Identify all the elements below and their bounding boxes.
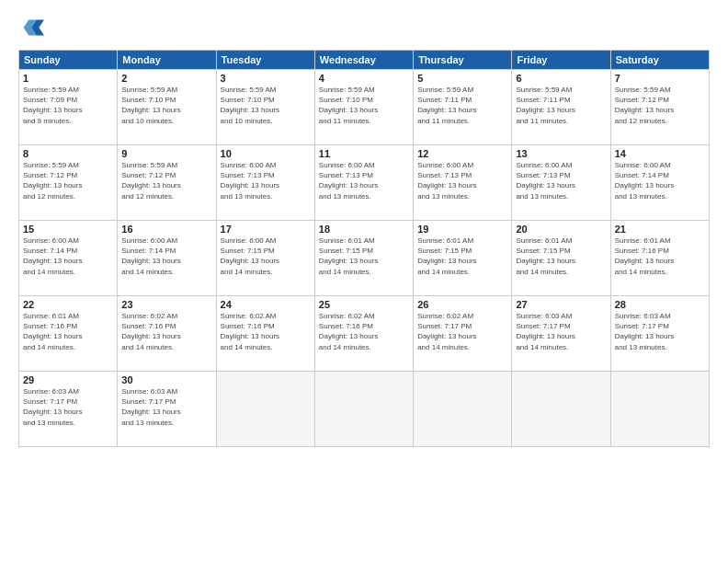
day-info: Sunrise: 6:01 AM Sunset: 7:15 PM Dayligh… — [516, 236, 606, 277]
table-row: 13Sunrise: 6:00 AM Sunset: 7:13 PM Dayli… — [512, 145, 610, 221]
day-number: 25 — [319, 299, 409, 310]
day-number: 27 — [516, 299, 606, 310]
table-row: 27Sunrise: 6:03 AM Sunset: 7:17 PM Dayli… — [512, 296, 610, 372]
day-number: 30 — [121, 374, 211, 385]
col-tuesday: Tuesday — [216, 51, 314, 70]
day-info: Sunrise: 6:00 AM Sunset: 7:13 PM Dayligh… — [221, 160, 311, 201]
day-info: Sunrise: 5:59 AM Sunset: 7:10 PM Dayligh… — [319, 85, 409, 126]
table-row: 26Sunrise: 6:02 AM Sunset: 7:17 PM Dayli… — [414, 296, 512, 372]
day-number: 17 — [221, 224, 311, 235]
table-row: 30Sunrise: 6:03 AM Sunset: 7:17 PM Dayli… — [118, 372, 216, 447]
table-row: 28Sunrise: 6:03 AM Sunset: 7:17 PM Dayli… — [610, 296, 709, 372]
day-info: Sunrise: 5:59 AM Sunset: 7:11 PM Dayligh… — [417, 85, 507, 126]
table-row: 23Sunrise: 6:02 AM Sunset: 7:16 PM Dayli… — [118, 296, 216, 372]
day-info: Sunrise: 6:02 AM Sunset: 7:16 PM Dayligh… — [121, 311, 211, 352]
header-row: Sunday Monday Tuesday Wednesday Thursday… — [19, 51, 710, 70]
table-row — [414, 372, 512, 447]
table-row: 9Sunrise: 5:59 AM Sunset: 7:12 PM Daylig… — [118, 145, 216, 221]
col-friday: Friday — [512, 51, 610, 70]
table-row: 25Sunrise: 6:02 AM Sunset: 7:16 PM Dayli… — [314, 296, 413, 372]
day-number: 12 — [417, 148, 507, 159]
day-number: 4 — [319, 73, 409, 84]
table-row: 2Sunrise: 5:59 AM Sunset: 7:10 PM Daylig… — [118, 70, 216, 145]
day-number: 20 — [516, 224, 606, 235]
day-info: Sunrise: 6:00 AM Sunset: 7:15 PM Dayligh… — [221, 236, 311, 277]
day-number: 10 — [221, 148, 311, 159]
day-info: Sunrise: 6:00 AM Sunset: 7:14 PM Dayligh… — [615, 160, 705, 201]
table-row: 6Sunrise: 5:59 AM Sunset: 7:11 PM Daylig… — [512, 70, 610, 145]
col-monday: Monday — [118, 51, 216, 70]
day-info: Sunrise: 5:59 AM Sunset: 7:12 PM Dayligh… — [121, 160, 211, 201]
day-number: 28 — [615, 299, 705, 310]
day-info: Sunrise: 6:00 AM Sunset: 7:13 PM Dayligh… — [516, 160, 606, 201]
day-info: Sunrise: 5:59 AM Sunset: 7:11 PM Dayligh… — [516, 85, 606, 126]
day-number: 5 — [417, 73, 507, 84]
calendar-table: Sunday Monday Tuesday Wednesday Thursday… — [18, 50, 710, 447]
day-info: Sunrise: 6:03 AM Sunset: 7:17 PM Dayligh… — [516, 311, 606, 352]
day-info: Sunrise: 5:59 AM Sunset: 7:10 PM Dayligh… — [121, 85, 211, 126]
day-info: Sunrise: 6:03 AM Sunset: 7:17 PM Dayligh… — [23, 386, 113, 428]
table-row: 1Sunrise: 5:59 AM Sunset: 7:09 PM Daylig… — [19, 70, 118, 145]
day-info: Sunrise: 6:02 AM Sunset: 7:16 PM Dayligh… — [221, 311, 311, 352]
day-number: 24 — [221, 299, 311, 310]
table-row: 14Sunrise: 6:00 AM Sunset: 7:14 PM Dayli… — [610, 145, 709, 221]
day-number: 8 — [23, 148, 113, 159]
col-wednesday: Wednesday — [314, 51, 413, 70]
table-row — [216, 372, 314, 447]
table-row: 16Sunrise: 6:00 AM Sunset: 7:14 PM Dayli… — [118, 221, 216, 296]
table-row: 29Sunrise: 6:03 AM Sunset: 7:17 PM Dayli… — [19, 372, 118, 447]
day-number: 19 — [417, 224, 507, 235]
table-row: 15Sunrise: 6:00 AM Sunset: 7:14 PM Dayli… — [19, 221, 118, 296]
calendar-week-5: 29Sunrise: 6:03 AM Sunset: 7:17 PM Dayli… — [19, 372, 710, 447]
day-number: 14 — [615, 148, 705, 159]
calendar-week-1: 1Sunrise: 5:59 AM Sunset: 7:09 PM Daylig… — [19, 70, 710, 145]
day-info: Sunrise: 5:59 AM Sunset: 7:10 PM Dayligh… — [221, 85, 311, 126]
day-info: Sunrise: 6:00 AM Sunset: 7:13 PM Dayligh… — [319, 160, 409, 201]
calendar-week-3: 15Sunrise: 6:00 AM Sunset: 7:14 PM Dayli… — [19, 221, 710, 296]
logo — [18, 15, 48, 40]
table-row: 5Sunrise: 5:59 AM Sunset: 7:11 PM Daylig… — [414, 70, 512, 145]
day-number: 18 — [319, 224, 409, 235]
calendar-week-2: 8Sunrise: 5:59 AM Sunset: 7:12 PM Daylig… — [19, 145, 710, 221]
calendar-week-4: 22Sunrise: 6:01 AM Sunset: 7:16 PM Dayli… — [19, 296, 710, 372]
day-info: Sunrise: 6:03 AM Sunset: 7:17 PM Dayligh… — [615, 311, 705, 352]
day-number: 9 — [121, 148, 211, 159]
table-row: 8Sunrise: 5:59 AM Sunset: 7:12 PM Daylig… — [19, 145, 118, 221]
day-info: Sunrise: 6:01 AM Sunset: 7:16 PM Dayligh… — [615, 236, 705, 277]
table-row: 17Sunrise: 6:00 AM Sunset: 7:15 PM Dayli… — [216, 221, 314, 296]
day-info: Sunrise: 6:02 AM Sunset: 7:16 PM Dayligh… — [319, 311, 409, 352]
table-row: 11Sunrise: 6:00 AM Sunset: 7:13 PM Dayli… — [314, 145, 413, 221]
table-row — [512, 372, 610, 447]
table-row — [314, 372, 413, 447]
day-info: Sunrise: 6:01 AM Sunset: 7:16 PM Dayligh… — [23, 311, 113, 352]
day-info: Sunrise: 6:01 AM Sunset: 7:15 PM Dayligh… — [319, 236, 409, 277]
logo-icon — [18, 15, 44, 40]
table-row: 19Sunrise: 6:01 AM Sunset: 7:15 PM Dayli… — [414, 221, 512, 296]
day-number: 26 — [417, 299, 507, 310]
table-row: 4Sunrise: 5:59 AM Sunset: 7:10 PM Daylig… — [314, 70, 413, 145]
day-number: 11 — [319, 148, 409, 159]
day-number: 13 — [516, 148, 606, 159]
table-row: 7Sunrise: 5:59 AM Sunset: 7:12 PM Daylig… — [610, 70, 709, 145]
table-row: 24Sunrise: 6:02 AM Sunset: 7:16 PM Dayli… — [216, 296, 314, 372]
table-row: 22Sunrise: 6:01 AM Sunset: 7:16 PM Dayli… — [19, 296, 118, 372]
day-number: 21 — [615, 224, 705, 235]
day-number: 3 — [221, 73, 311, 84]
day-number: 2 — [121, 73, 211, 84]
day-number: 6 — [516, 73, 606, 84]
day-info: Sunrise: 6:01 AM Sunset: 7:15 PM Dayligh… — [417, 236, 507, 277]
col-saturday: Saturday — [610, 51, 709, 70]
table-row: 21Sunrise: 6:01 AM Sunset: 7:16 PM Dayli… — [610, 221, 709, 296]
day-number: 1 — [23, 73, 113, 84]
day-info: Sunrise: 6:02 AM Sunset: 7:17 PM Dayligh… — [417, 311, 507, 352]
day-number: 15 — [23, 224, 113, 235]
day-info: Sunrise: 5:59 AM Sunset: 7:09 PM Dayligh… — [23, 85, 113, 126]
day-number: 23 — [121, 299, 211, 310]
day-number: 22 — [23, 299, 113, 310]
day-info: Sunrise: 6:03 AM Sunset: 7:17 PM Dayligh… — [121, 386, 211, 428]
col-thursday: Thursday — [414, 51, 512, 70]
day-info: Sunrise: 6:00 AM Sunset: 7:14 PM Dayligh… — [121, 236, 211, 277]
table-row: 10Sunrise: 6:00 AM Sunset: 7:13 PM Dayli… — [216, 145, 314, 221]
table-row: 18Sunrise: 6:01 AM Sunset: 7:15 PM Dayli… — [314, 221, 413, 296]
day-info: Sunrise: 6:00 AM Sunset: 7:14 PM Dayligh… — [23, 236, 113, 277]
